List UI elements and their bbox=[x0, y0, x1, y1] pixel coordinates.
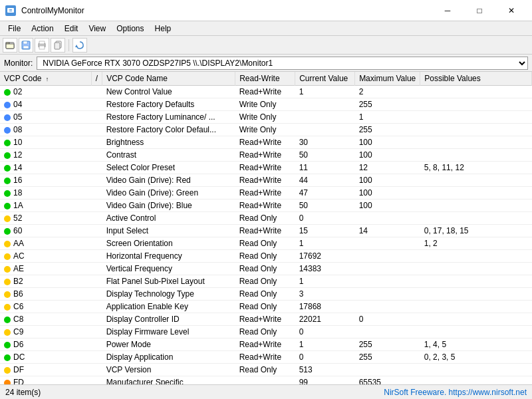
toolbar-separator bbox=[68, 39, 69, 51]
cell-sep bbox=[91, 376, 102, 385]
cell-sep bbox=[91, 174, 102, 187]
cell-read-write: Write Only bbox=[235, 111, 295, 124]
app-icon bbox=[5, 5, 16, 16]
toolbar-refresh[interactable] bbox=[72, 38, 87, 53]
table-row[interactable]: 14 Select Color Preset Read+Write 11 12 … bbox=[0, 162, 532, 174]
table-row[interactable]: DF VCP Version Read Only 513 bbox=[0, 364, 532, 376]
cell-vcp-code: C8 bbox=[0, 313, 91, 326]
cell-current: 17692 bbox=[295, 250, 355, 263]
cell-sep bbox=[91, 162, 102, 174]
cell-read-write: Read+Write bbox=[235, 225, 295, 237]
cell-max: 12 bbox=[355, 162, 420, 174]
table-row[interactable]: C8 Display Controller ID Read+Write 2202… bbox=[0, 313, 532, 326]
menu-help[interactable]: Help bbox=[150, 23, 177, 35]
svg-rect-9 bbox=[23, 41, 27, 44]
table-row[interactable]: DC Display Application Read+Write 0 255 … bbox=[0, 351, 532, 364]
table-row[interactable]: 12 Contrast Read+Write 50 100 bbox=[0, 149, 532, 162]
cell-vcp-code: 18 bbox=[0, 187, 91, 200]
menu-edit[interactable]: Edit bbox=[59, 23, 84, 35]
status-dot bbox=[4, 89, 11, 96]
status-dot bbox=[4, 140, 11, 146]
status-dot bbox=[4, 342, 11, 348]
table-row[interactable]: 60 Input Select Read+Write 15 14 0, 17, … bbox=[0, 225, 532, 237]
table-row[interactable]: 08 Restore Factory Color Defaul... Write… bbox=[0, 124, 532, 136]
cell-vcp-code: 08 bbox=[0, 124, 91, 136]
cell-max bbox=[355, 326, 420, 338]
table-row[interactable]: B2 Flat Panel Sub-Pixel Layout Read Only… bbox=[0, 275, 532, 288]
cell-vcp-name: Display Controller ID bbox=[102, 313, 235, 326]
cell-sep bbox=[91, 275, 102, 288]
table-row[interactable]: 02 New Control Value Read+Write 1 2 bbox=[0, 86, 532, 98]
table-row[interactable]: C9 Display Firmware Level Read Only 0 bbox=[0, 326, 532, 338]
cell-possible bbox=[420, 200, 532, 212]
cell-read-write: Read Only bbox=[235, 250, 295, 263]
monitor-select[interactable]: NVIDIA GeForce RTX 3070 OZDSP27IP5 \\.\D… bbox=[37, 57, 528, 70]
cell-current: 0 bbox=[295, 212, 355, 225]
col-vcp-code[interactable]: VCP Code ↑ bbox=[0, 72, 91, 86]
table-row[interactable]: AA Screen Orientation Read Only 1 1, 2 bbox=[0, 237, 532, 250]
col-vcp-name[interactable]: VCP Code Name bbox=[102, 72, 235, 86]
cell-sep bbox=[91, 86, 102, 98]
cell-sep bbox=[91, 364, 102, 376]
cell-vcp-code: 10 bbox=[0, 136, 91, 149]
close-button[interactable]: ✕ bbox=[496, 0, 527, 21]
cell-max: 1 bbox=[355, 111, 420, 124]
toolbar-print[interactable] bbox=[35, 38, 49, 53]
cell-max: 100 bbox=[355, 200, 420, 212]
maximize-button[interactable]: □ bbox=[464, 0, 495, 21]
cell-vcp-code: 52 bbox=[0, 212, 91, 225]
nirsoft-link[interactable]: NirSoft Freeware. https://www.nirsoft.ne… bbox=[384, 388, 527, 397]
table-row[interactable]: 1A Video Gain (Drive): Blue Read+Write 5… bbox=[0, 200, 532, 212]
svg-rect-3 bbox=[9, 9, 12, 10]
table-header-row: VCP Code ↑ / VCP Code Name Read-Write Cu… bbox=[0, 72, 532, 86]
col-read-write[interactable]: Read-Write bbox=[235, 72, 295, 86]
cell-sep bbox=[91, 237, 102, 250]
cell-vcp-name: Screen Orientation bbox=[102, 237, 235, 250]
cell-sep bbox=[91, 263, 102, 275]
table-row[interactable]: 05 Restore Factory Luminance/ ... Write … bbox=[0, 111, 532, 124]
table-row[interactable]: FD Manufacturer Specific 99 65535 bbox=[0, 376, 532, 385]
cell-current: 99 bbox=[295, 376, 355, 385]
col-current[interactable]: Current Value bbox=[295, 72, 355, 86]
cell-read-write: Read+Write bbox=[235, 174, 295, 187]
status-dot bbox=[4, 329, 11, 336]
status-dot bbox=[4, 203, 11, 209]
toolbar-copy[interactable] bbox=[51, 38, 65, 53]
status-dot bbox=[4, 228, 11, 235]
status-dot bbox=[4, 380, 11, 384]
table-row[interactable]: C6 Application Enable Key Read Only 1786… bbox=[0, 301, 532, 313]
cell-vcp-name: Manufacturer Specific bbox=[102, 376, 235, 385]
table-row[interactable]: AE Vertical Frequency Read Only 14383 bbox=[0, 263, 532, 275]
cell-vcp-code: 12 bbox=[0, 149, 91, 162]
col-possible[interactable]: Possible Values bbox=[420, 72, 532, 86]
table-row[interactable]: 04 Restore Factory Defaults Write Only 2… bbox=[0, 98, 532, 111]
cell-max bbox=[355, 250, 420, 263]
cell-max: 100 bbox=[355, 149, 420, 162]
menu-options[interactable]: Options bbox=[111, 23, 149, 35]
cell-max: 100 bbox=[355, 136, 420, 149]
minimize-button[interactable]: ─ bbox=[432, 0, 463, 21]
svg-rect-2 bbox=[9, 13, 13, 14]
col-max[interactable]: Maximum Value bbox=[355, 72, 420, 86]
menu-action[interactable]: Action bbox=[26, 23, 59, 35]
svg-rect-4 bbox=[9, 11, 12, 11]
table-row[interactable]: AC Horizontal Frequency Read Only 17692 bbox=[0, 250, 532, 263]
toolbar-open[interactable] bbox=[3, 38, 17, 53]
table-row[interactable]: 18 Video Gain (Drive): Green Read+Write … bbox=[0, 187, 532, 200]
menu-file[interactable]: File bbox=[3, 23, 26, 35]
table-row[interactable]: B6 Display Technology Type Read Only 3 bbox=[0, 288, 532, 301]
cell-possible: 0, 17, 18, 15 bbox=[420, 225, 532, 237]
cell-current: 30 bbox=[295, 136, 355, 149]
table-row[interactable]: D6 Power Mode Read+Write 1 255 1, 4, 5 bbox=[0, 338, 532, 351]
cell-sep bbox=[91, 338, 102, 351]
col-sep: / bbox=[91, 72, 102, 86]
table-row[interactable]: 16 Video Gain (Drive): Red Read+Write 44… bbox=[0, 174, 532, 187]
table-row[interactable]: 52 Active Control Read Only 0 bbox=[0, 212, 532, 225]
svg-rect-1 bbox=[7, 8, 14, 13]
cell-current: 44 bbox=[295, 174, 355, 187]
cell-read-write: Read+Write bbox=[235, 149, 295, 162]
cell-possible bbox=[420, 174, 532, 187]
toolbar-save[interactable] bbox=[19, 38, 33, 53]
table-row[interactable]: 10 Brightness Read+Write 30 100 bbox=[0, 136, 532, 149]
menu-view[interactable]: View bbox=[83, 23, 111, 35]
